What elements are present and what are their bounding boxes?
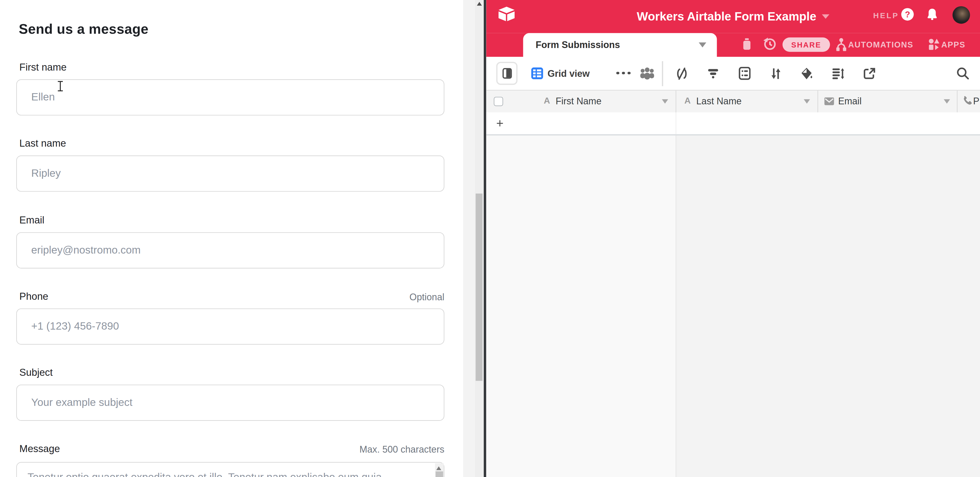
add-row-band: + [486,112,980,135]
airtable-topbar: Workers Airtable Form Example HELP ? [486,0,980,33]
column-resize-handle[interactable] [957,90,958,112]
view-options-ellipsis-icon[interactable] [616,71,630,74]
grid-header-row: A First Name A Last Name Email P [486,90,980,113]
message-maxchars-hint: Max. 500 characters [360,444,444,455]
airtable-pane: Workers Airtable Form Example HELP ? For… [486,0,980,477]
collaborators-icon[interactable] [639,67,655,80]
add-row-button[interactable]: + [496,116,503,130]
base-title-caret-icon[interactable] [822,14,829,19]
email-field-type-icon [824,97,835,105]
search-icon[interactable] [956,67,969,80]
email-input[interactable] [16,232,445,268]
column-menu-caret-icon[interactable] [662,99,668,103]
column-menu-caret-icon[interactable] [943,99,950,103]
apps-icon[interactable] [929,39,940,50]
message-scrollbar-up-icon[interactable] [436,466,441,470]
help-question-icon[interactable]: ? [901,8,914,21]
page-scroll-gutter [463,0,483,477]
view-toolbar: Grid view [486,57,980,90]
color-icon[interactable] [800,67,814,80]
message-scrollbar-thumb[interactable] [435,471,443,477]
toolbar-divider [662,61,663,86]
pane-separator [484,0,486,477]
group-icon[interactable] [737,67,751,80]
text-field-type-icon: A [544,95,550,105]
first-name-input[interactable] [16,79,445,116]
base-title[interactable]: Workers Airtable Form Example [637,10,816,23]
page-scrollbar-thumb[interactable] [476,193,482,381]
last-name-input[interactable] [16,155,445,192]
column-header-email[interactable]: Email [838,95,862,106]
phone-optional-hint: Optional [409,292,444,302]
view-sidebar-icon [502,68,512,78]
subject-input[interactable] [16,385,445,421]
share-button[interactable]: SHARE [783,37,830,52]
column-header-phone[interactable]: P [973,95,980,106]
phone-input[interactable] [16,308,445,345]
grid-view-icon [531,67,543,79]
hide-fields-icon[interactable] [675,67,689,80]
column-header-last-name[interactable]: Last Name [696,95,741,106]
contact-form-pane: Send us a message First name Last name E… [0,0,463,477]
apps-button[interactable]: APPS [941,40,966,49]
column-menu-caret-icon[interactable] [804,99,810,103]
automations-button[interactable]: AUTOMATIONS [848,40,913,49]
grid-view-button[interactable]: Grid view [547,68,590,78]
page-scrollbar-up-icon[interactable] [477,2,481,5]
text-cursor-pointer [56,81,64,92]
first-name-label: First name [19,62,67,73]
history-icon[interactable] [763,37,776,51]
share-button-label: SHARE [791,40,821,49]
notifications-bell-icon[interactable] [927,8,937,20]
phone-label: Phone [19,291,48,302]
grid-body-left [486,135,676,477]
column-header-first-name[interactable]: First Name [556,95,602,106]
share-view-icon[interactable] [862,67,877,80]
column-resize-handle[interactable] [676,90,676,112]
message-label: Message [19,443,60,455]
screen: Send us a message First name Last name E… [0,0,980,477]
subject-label: Subject [19,367,53,379]
view-sidebar-toggle-button[interactable] [496,62,517,85]
form-heading: Send us a message [19,21,148,38]
phone-field-type-icon [962,95,973,106]
table-tab-form-submissions[interactable]: Form Submissions [523,33,717,57]
airtable-tablebar: Form Submissions SHARE [486,33,980,57]
grid-body-right [676,135,980,477]
select-all-checkbox[interactable] [493,97,503,106]
column-divider [676,135,676,477]
text-field-type-icon: A [684,95,691,105]
table-tab-caret-icon[interactable] [699,43,706,48]
message-textarea[interactable]: Tenetur optio quaerat expedita vero et i… [16,462,445,477]
help-button[interactable]: HELP [873,11,899,20]
trash-icon[interactable] [742,38,751,50]
email-label: Email [19,214,45,225]
column-divider [676,112,676,134]
user-avatar[interactable] [953,6,970,23]
last-name-label: Last name [19,138,66,149]
sort-icon[interactable] [768,67,783,80]
column-resize-handle[interactable] [817,90,818,112]
filter-icon[interactable] [706,67,720,80]
row-height-icon[interactable] [831,67,845,80]
automations-icon[interactable] [836,37,846,52]
table-tab-label: Form Submissions [536,40,620,50]
